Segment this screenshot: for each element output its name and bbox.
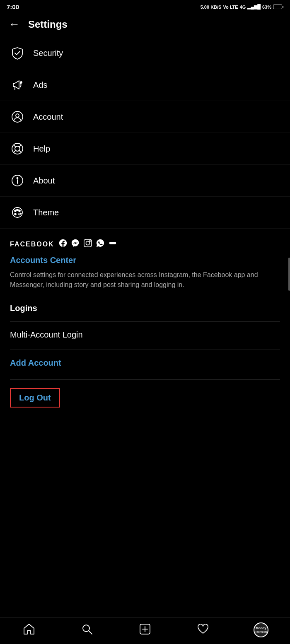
whatsapp-icon: [96, 239, 105, 250]
facebook-header: FACEBOOK: [10, 239, 280, 250]
avatar-line1: Money: [256, 627, 266, 630]
ads-label: Ads: [33, 80, 47, 90]
menu-item-about[interactable]: About: [0, 165, 290, 197]
palette-icon: [10, 205, 25, 220]
battery-percent: 63%: [262, 5, 271, 10]
nav-search[interactable]: [58, 623, 116, 637]
accounts-center-link[interactable]: Accounts Center: [10, 256, 280, 265]
menu-item-ads[interactable]: Ads: [0, 69, 290, 101]
facebook-brand-label: FACEBOOK: [10, 241, 54, 248]
scrollbar: [288, 258, 290, 291]
menu-item-help[interactable]: Help: [0, 133, 290, 165]
account-label: Account: [33, 112, 63, 122]
info-circle-icon: [10, 173, 25, 188]
svg-point-2: [16, 114, 19, 117]
svg-point-21: [89, 241, 90, 241]
status-bar: 7:00 5.00 KB/S Vo LTE 4G ▂▄▆█ 63%: [0, 0, 290, 12]
svg-line-5: [14, 145, 16, 147]
svg-line-7: [19, 145, 21, 147]
network-lte: Vo LTE: [223, 5, 238, 10]
back-button[interactable]: ←: [8, 19, 20, 30]
network-speed: 5.00 KB/S: [201, 5, 222, 10]
svg-point-15: [15, 213, 16, 215]
settings-menu: Security Ads Account: [0, 37, 290, 229]
divider-logins: [10, 300, 280, 300]
menu-item-security[interactable]: Security: [0, 37, 290, 69]
logout-button[interactable]: Log Out: [10, 388, 60, 408]
meta-icon: [108, 239, 117, 250]
svg-point-3: [12, 143, 23, 154]
logout-container: Log Out: [0, 388, 290, 417]
svg-point-17: [17, 209, 18, 211]
signal-icon: ▂▄▆█: [247, 4, 261, 10]
svg-line-24: [89, 631, 92, 634]
help-label: Help: [33, 144, 50, 154]
create-icon: [139, 623, 151, 637]
megaphone-icon: [10, 77, 25, 92]
battery-icon: [273, 5, 283, 9]
logins-section: Logins Multi-Account Login Add Account: [0, 304, 290, 380]
nav-likes[interactable]: [174, 623, 232, 637]
avatar-line2: Technical: [255, 630, 267, 634]
fb-social-icons: [58, 239, 117, 250]
logins-heading: Logins: [10, 304, 280, 313]
home-icon: [23, 623, 35, 637]
svg-point-14: [19, 210, 20, 212]
svg-line-6: [19, 150, 21, 152]
search-icon: [81, 623, 93, 637]
svg-point-11: [17, 178, 18, 179]
messenger-icon: [71, 239, 80, 250]
divider-multi: [10, 321, 280, 322]
instagram-icon: [83, 239, 92, 250]
divider-logout: [10, 379, 280, 380]
menu-item-account[interactable]: Account: [0, 101, 290, 133]
multi-account-login[interactable]: Multi-Account Login: [10, 330, 280, 340]
page-title: Settings: [28, 19, 68, 30]
divider-add: [10, 350, 280, 350]
svg-rect-19: [84, 239, 92, 247]
nav-create[interactable]: [116, 623, 174, 637]
status-time: 7:00: [7, 3, 19, 10]
facebook-section: FACEBOOK Accounts Center Control: [0, 229, 290, 290]
svg-point-0: [20, 82, 22, 83]
nav-profile[interactable]: Money Technical: [232, 622, 290, 637]
svg-point-20: [86, 241, 89, 245]
bottom-navigation: Money Technical: [0, 617, 290, 644]
accounts-center-desc: Control settings for connected experienc…: [10, 270, 280, 290]
theme-label: Theme: [33, 208, 59, 217]
svg-line-8: [14, 150, 16, 152]
avatar: Money Technical: [254, 622, 268, 637]
svg-point-18: [19, 212, 22, 215]
facebook-icon: [58, 239, 68, 250]
heart-icon: [197, 623, 209, 637]
about-label: About: [33, 176, 55, 186]
person-circle-icon: [10, 109, 25, 124]
settings-header: ← Settings: [0, 12, 290, 37]
svg-point-13: [15, 210, 16, 212]
svg-rect-22: [109, 242, 116, 244]
menu-item-theme[interactable]: Theme: [0, 197, 290, 229]
security-label: Security: [33, 48, 63, 58]
lifebuoy-icon: [10, 141, 25, 156]
shield-check-icon: [10, 46, 25, 60]
status-icons: 5.00 KB/S Vo LTE 4G ▂▄▆█ 63%: [201, 4, 283, 10]
nav-home[interactable]: [0, 623, 58, 637]
add-account-link[interactable]: Add Account: [10, 358, 280, 368]
network-4g: 4G: [240, 5, 246, 10]
